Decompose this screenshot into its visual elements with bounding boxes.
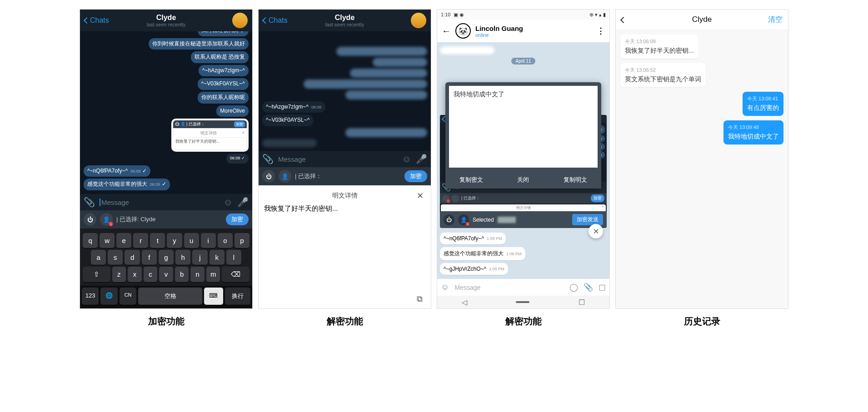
key-f[interactable]: f bbox=[142, 250, 157, 265]
key-v[interactable]: v bbox=[159, 267, 173, 282]
history-item[interactable]: 今天 13:06:52英文系统下密钥是九个单词 bbox=[620, 63, 706, 87]
contact-icon[interactable]: 👤 bbox=[279, 170, 291, 183]
key-y[interactable]: y bbox=[167, 233, 182, 248]
message-cipher[interactable]: ^~gJHpVrZchO~^1:09 PM bbox=[440, 263, 508, 275]
key-r[interactable]: r bbox=[133, 233, 148, 248]
power-icon[interactable]: ⏻ bbox=[262, 170, 275, 183]
message-cipher[interactable]: ^~hAzgw7zIgm~^ bbox=[199, 65, 249, 77]
avatar[interactable] bbox=[232, 13, 248, 28]
blurred-msg[interactable] bbox=[373, 58, 427, 67]
menu-icon[interactable]: ⋮ bbox=[597, 26, 605, 36]
message-input[interactable]: Message bbox=[454, 284, 564, 291]
input-switch-key[interactable]: ⌨ bbox=[204, 288, 223, 305]
power-icon[interactable]: ⏻ bbox=[444, 214, 454, 225]
history-item[interactable]: 今天 13:06:09我恢复了好半天的密钥... bbox=[620, 35, 698, 59]
copy-cipher-button[interactable]: 复制密文 bbox=[445, 171, 497, 189]
message-out[interactable]: 你到时候直接在秘迹里添加联系人就好 bbox=[149, 38, 249, 50]
blurred-msg[interactable] bbox=[440, 46, 494, 55]
globe-key[interactable]: 🌐 bbox=[100, 288, 117, 305]
clear-button[interactable]: 清空 bbox=[768, 15, 783, 25]
key-e[interactable]: e bbox=[116, 233, 131, 248]
chat-title[interactable]: Clyde bbox=[147, 14, 186, 22]
close-icon[interactable]: ✕ bbox=[417, 191, 424, 201]
blurred-msg[interactable] bbox=[345, 90, 427, 99]
back-button[interactable]: Chats bbox=[263, 16, 288, 25]
message-cipher[interactable]: ^~nQ6fPA7ofy~^06:08 ✓ bbox=[84, 165, 150, 177]
key-q[interactable]: q bbox=[83, 233, 98, 248]
mic-icon[interactable]: 🎤 bbox=[237, 197, 249, 208]
return-key[interactable]: 换行 bbox=[225, 288, 250, 305]
message-input[interactable]: Message bbox=[100, 199, 219, 206]
space-key[interactable]: 空格 bbox=[138, 288, 202, 305]
key-k[interactable]: k bbox=[210, 250, 224, 265]
key-x[interactable]: x bbox=[128, 267, 142, 282]
key-g[interactable]: g bbox=[159, 250, 174, 265]
message-cipher[interactable]: ^~hAzgw7zIgm~^06:06 bbox=[262, 101, 325, 113]
sticker-icon[interactable]: ☺ bbox=[402, 154, 411, 164]
key-i[interactable]: i bbox=[201, 233, 216, 248]
message-nick[interactable]: MoreOlive bbox=[216, 105, 249, 117]
mic-icon[interactable]: ▢ bbox=[599, 283, 606, 292]
nav-home[interactable] bbox=[516, 301, 529, 303]
close-button[interactable]: 关闭 bbox=[497, 171, 549, 189]
key-a[interactable]: a bbox=[91, 250, 106, 265]
chat-scroll[interactable]: ^~hAzgw7zIgm~^06:06 ^~V03kF0AYSL~^ bbox=[259, 31, 431, 151]
history-list[interactable]: 今天 13:06:09我恢复了好半天的密钥...今天 13:06:52英文系统下… bbox=[616, 30, 788, 308]
blurred-msg[interactable] bbox=[345, 128, 427, 137]
back-icon[interactable]: ← bbox=[442, 26, 451, 36]
backspace-key[interactable]: ⌫ bbox=[222, 267, 249, 282]
key-w[interactable]: w bbox=[100, 233, 115, 248]
emoji-icon[interactable]: ☺ bbox=[441, 283, 449, 292]
key-l[interactable]: l bbox=[226, 250, 241, 265]
attach-icon[interactable]: 📎 bbox=[262, 154, 274, 164]
message-out[interactable]: 你的联系人昵称呢 bbox=[198, 92, 249, 104]
shift-key[interactable]: ⇧ bbox=[83, 267, 110, 282]
blurred-msg[interactable] bbox=[304, 79, 427, 89]
num-key[interactable]: 123 bbox=[82, 288, 99, 305]
sticker-icon[interactable]: ☺ bbox=[224, 197, 233, 208]
key-j[interactable]: j bbox=[192, 250, 207, 265]
copy-icon[interactable]: ⧉ bbox=[417, 294, 423, 303]
history-item[interactable]: 今天 13:09:48我特地切成中文了 bbox=[723, 120, 783, 144]
power-icon[interactable]: ⏻ bbox=[84, 213, 96, 226]
message-out[interactable]: 我再去睡会儿好了 bbox=[198, 31, 249, 36]
keyboard[interactable]: qwertyuiop asdfghjkl ⇧ zxcvbnm ⌫ bbox=[80, 228, 252, 286]
mic-icon[interactable]: 🎤 bbox=[416, 154, 427, 164]
avatar[interactable] bbox=[411, 13, 426, 28]
contact-icon[interactable]: 👤1 bbox=[458, 214, 469, 225]
camera-icon[interactable]: ◯ bbox=[569, 283, 578, 292]
attach-icon[interactable]: 📎 bbox=[584, 283, 593, 292]
message-cipher[interactable]: ^~nQ6fPA7ofy~^1:08 PM bbox=[440, 233, 506, 244]
message-cipher[interactable]: ^~V03kF0AYSL~^ bbox=[262, 114, 313, 126]
key-d[interactable]: d bbox=[125, 250, 140, 265]
key-b[interactable]: b bbox=[175, 267, 189, 282]
nav-recent[interactable]: ☐ bbox=[579, 298, 585, 307]
message-out[interactable]: 联系人昵称是 恐按复 bbox=[191, 51, 249, 63]
lang-key[interactable]: CN bbox=[120, 288, 136, 305]
message-input[interactable]: Message bbox=[278, 155, 398, 163]
blurred-msg[interactable] bbox=[350, 69, 427, 78]
avatar[interactable]: 🐼 bbox=[455, 23, 471, 39]
back-button[interactable]: Chats bbox=[85, 16, 109, 25]
chat-title[interactable]: Lincoln Guang bbox=[475, 25, 523, 32]
message-zh[interactable]: 感觉这个功能非常的强大06:09 ✓ bbox=[84, 179, 170, 190]
key-z[interactable]: z bbox=[112, 267, 126, 282]
encrypt-button[interactable]: 加密 bbox=[226, 213, 249, 225]
key-u[interactable]: u bbox=[184, 233, 199, 248]
key-h[interactable]: h bbox=[175, 250, 190, 265]
history-item[interactable]: 今天 13:08:41有点厉害的 bbox=[743, 92, 783, 116]
chat-scroll[interactable]: April 11 1:08 PM ^~nQ6fPA7ofy~^1:08 PM 感… bbox=[437, 42, 609, 279]
key-t[interactable]: t bbox=[150, 233, 165, 248]
key-p[interactable]: p bbox=[234, 233, 249, 248]
encrypt-send-button[interactable]: 加密发送 bbox=[572, 214, 603, 225]
embedded-card[interactable]: ⏻ 👤 | 已选择：加密 明文详情 ×我恢复了好半天的密钥... bbox=[171, 119, 249, 152]
encrypt-button[interactable]: 加密 bbox=[404, 170, 427, 182]
key-n[interactable]: n bbox=[190, 267, 205, 282]
copy-plain-button[interactable]: 复制明文 bbox=[549, 171, 601, 189]
message-cipher[interactable]: ^~V03kF0AYSL~^ bbox=[198, 78, 249, 90]
chat-scroll[interactable]: 恩，麻烦拉 我再去睡会儿好了 你到时候直接在秘迹里添加联系人就好 联系人昵称是 … bbox=[80, 31, 252, 194]
key-o[interactable]: o bbox=[218, 233, 233, 248]
attach-icon[interactable]: 📎 bbox=[84, 197, 95, 208]
back-button[interactable] bbox=[621, 15, 626, 25]
blurred-msg[interactable] bbox=[336, 47, 427, 56]
